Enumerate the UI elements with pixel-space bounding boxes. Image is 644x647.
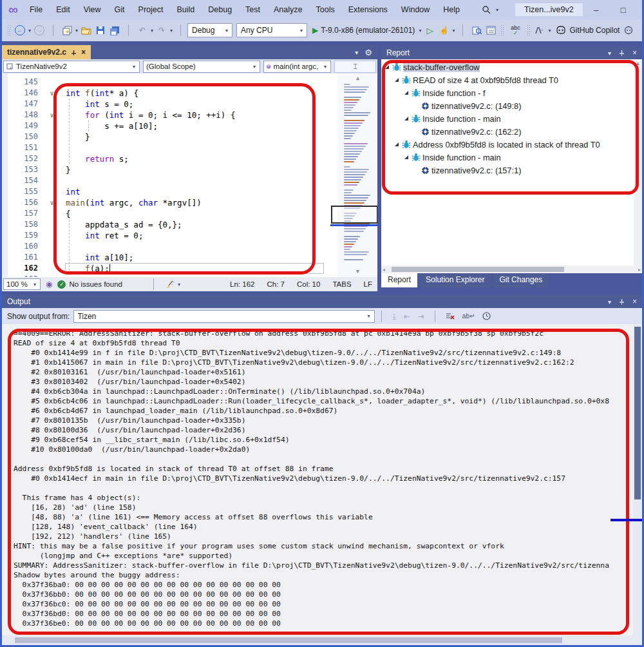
report-tree-item[interactable]: tizennative9v2.c: (149:8) bbox=[381, 99, 633, 112]
toolbar-grip[interactable] bbox=[7, 24, 10, 36]
tab-git-changes[interactable]: Git Changes bbox=[493, 273, 549, 287]
scroll-up-icon[interactable]: ▲ bbox=[337, 75, 377, 81]
scope-dropdown[interactable]: (Global Scope)▾ bbox=[143, 61, 260, 73]
code-line[interactable]: 157{ bbox=[2, 208, 337, 219]
github-copilot-button[interactable]: GitHub Copilot bbox=[556, 26, 620, 35]
search-button[interactable]: ▾ bbox=[482, 5, 500, 14]
report-vertical-scrollbar[interactable]: ▲ bbox=[634, 61, 642, 266]
redo-icon[interactable]: ↷ bbox=[155, 24, 168, 37]
menu-build[interactable]: Build bbox=[176, 5, 194, 14]
clear-output-icon[interactable] bbox=[446, 313, 455, 320]
new-project-icon[interactable]: ＋ bbox=[61, 24, 73, 37]
report-tree-item[interactable]: Address 0xbf9b5fd8 is located in stack o… bbox=[381, 138, 633, 151]
output-text-area[interactable]: ==4009==ERROR: AddressSanitizer: stack-b… bbox=[2, 324, 642, 645]
chevron-down-icon[interactable]: ▾ bbox=[452, 28, 455, 34]
pin-icon[interactable] bbox=[619, 50, 625, 56]
report-tree-item[interactable]: Inside function - f bbox=[381, 86, 633, 99]
menu-window[interactable]: Window bbox=[401, 5, 430, 14]
tab-report[interactable]: Report bbox=[381, 273, 417, 287]
find-in-files-icon[interactable] bbox=[470, 24, 483, 37]
fold-marker-icon[interactable]: ∨ bbox=[38, 197, 66, 208]
navigate-back-button[interactable]: ← bbox=[14, 24, 26, 37]
close-button[interactable]: × bbox=[637, 5, 644, 15]
code-line[interactable]: 147 int s = 0; bbox=[2, 99, 337, 110]
code-line[interactable]: 148∨ for (int i = 0; i <= 10; ++i) { bbox=[2, 110, 337, 121]
expander-icon[interactable] bbox=[404, 91, 408, 95]
document-tab[interactable]: tizennative9v2.c × bbox=[2, 45, 91, 59]
output-source-dropdown[interactable]: Tizen▾ bbox=[73, 310, 375, 323]
save-icon[interactable] bbox=[94, 24, 107, 37]
code-line[interactable]: 151 bbox=[2, 142, 337, 153]
output-vertical-scrollbar[interactable] bbox=[633, 324, 642, 635]
report-tree-item[interactable]: stack-buffer-overflow bbox=[381, 61, 633, 73]
chevron-down-icon[interactable]: ▾ bbox=[548, 28, 551, 34]
report-tree-item[interactable]: tizennative9v2.c: (162:2) bbox=[381, 125, 633, 138]
expander-icon[interactable] bbox=[395, 142, 399, 146]
line-indicator[interactable]: Ln: 162 bbox=[230, 280, 254, 288]
menu-debug[interactable]: Debug bbox=[208, 5, 232, 14]
chevron-down-icon[interactable]: ▾ bbox=[151, 28, 153, 34]
menu-view[interactable]: View bbox=[84, 5, 101, 14]
word-wrap-icon[interactable]: ab↵ bbox=[462, 313, 475, 320]
minimap-scrollbar[interactable]: ▲ ▼ bbox=[337, 73, 377, 277]
code-line[interactable]: 159 int ret = 0; bbox=[2, 230, 337, 241]
expander-icon[interactable] bbox=[404, 155, 408, 159]
member-dropdown[interactable]: main(int argc, char * arg▾ bbox=[263, 61, 331, 73]
code-line[interactable]: 161 int a[10]; bbox=[2, 252, 337, 263]
menu-file[interactable]: File bbox=[30, 5, 43, 14]
menu-project[interactable]: Project bbox=[138, 5, 164, 14]
minimap-viewport[interactable] bbox=[331, 206, 377, 224]
copilot-status-icon[interactable] bbox=[622, 24, 635, 37]
menu-edit[interactable]: Edit bbox=[56, 5, 70, 14]
code-line[interactable]: 150 } bbox=[2, 131, 337, 142]
code-line[interactable]: 152 return s; bbox=[2, 153, 337, 164]
pin-icon[interactable] bbox=[71, 50, 77, 55]
chevron-down-icon[interactable]: ▾ bbox=[75, 28, 78, 34]
minimize-button[interactable]: – bbox=[583, 5, 610, 15]
eol-indicator[interactable]: LF bbox=[364, 280, 372, 288]
code-line[interactable]: 158 appdata_s ad = {0,}; bbox=[2, 219, 337, 230]
chevron-down-icon[interactable]: ▾ bbox=[608, 298, 611, 305]
open-file-icon[interactable] bbox=[80, 24, 93, 37]
navigate-forward-button[interactable]: → bbox=[33, 24, 46, 37]
expander-icon[interactable] bbox=[395, 78, 399, 82]
char-indicator[interactable]: Ch: 7 bbox=[267, 280, 285, 288]
close-tab-icon[interactable]: × bbox=[81, 48, 86, 57]
feedback-icon[interactable]: ◉ bbox=[46, 280, 52, 289]
report-horizontal-scrollbar[interactable]: ◂ ▸ bbox=[381, 266, 642, 273]
close-icon[interactable]: × bbox=[632, 48, 637, 57]
chevron-down-icon[interactable]: ▾ bbox=[355, 49, 358, 56]
solution-explorer-icon[interactable] bbox=[484, 24, 497, 37]
start-without-debugging-icon[interactable]: ▷ bbox=[423, 24, 436, 37]
report-tree-item[interactable]: Inside function - main bbox=[381, 112, 633, 125]
menu-git[interactable]: Git bbox=[115, 5, 125, 14]
split-window-button[interactable]: ⌶ bbox=[334, 61, 376, 73]
menu-tools[interactable]: Tools bbox=[316, 5, 335, 14]
attach-icon[interactable]: ☝ bbox=[437, 24, 450, 37]
chevron-down-icon[interactable]: ▾ bbox=[28, 28, 31, 34]
close-icon[interactable]: × bbox=[632, 297, 637, 306]
solution-configuration-dropdown[interactable]: Debug▾ bbox=[187, 23, 232, 37]
report-panel-header[interactable]: Report ▾ × bbox=[381, 46, 642, 59]
code-line[interactable]: 155int bbox=[2, 186, 337, 197]
health-indicator[interactable]: ✓ No issues found bbox=[57, 280, 122, 289]
code-line[interactable]: 156∨main(int argc, char *argv[]) bbox=[2, 197, 337, 208]
toolbar-grip[interactable] bbox=[500, 24, 504, 36]
maximize-button[interactable]: □ bbox=[610, 5, 637, 15]
code-line[interactable]: 153} bbox=[2, 164, 337, 175]
code-line[interactable]: 154 bbox=[2, 175, 337, 186]
code-line[interactable]: 146∨int f(int* a) { bbox=[2, 88, 337, 99]
menu-test[interactable]: Test bbox=[245, 5, 260, 14]
code-line[interactable]: 160 bbox=[2, 241, 337, 252]
pin-icon[interactable] bbox=[619, 299, 625, 305]
column-indicator[interactable]: Col: 10 bbox=[297, 280, 320, 288]
scroll-down-icon[interactable]: ▼ bbox=[337, 268, 377, 275]
report-tree-item[interactable]: tizennative9v2.c: (157:1) bbox=[381, 164, 633, 177]
fold-marker-icon[interactable]: ∨ bbox=[38, 88, 66, 99]
code-cleanup-button[interactable]: ▾ bbox=[166, 280, 182, 289]
menu-analyze[interactable]: Analyze bbox=[274, 5, 302, 14]
start-debugging-button[interactable]: ▶ T-9.0-x86 (emulator-26101) ▾ bbox=[312, 26, 422, 35]
zoom-dropdown[interactable]: 100 %▾ bbox=[3, 278, 41, 290]
code-line[interactable]: 163 bbox=[2, 274, 337, 277]
gear-icon[interactable]: ⚙ bbox=[365, 48, 372, 57]
